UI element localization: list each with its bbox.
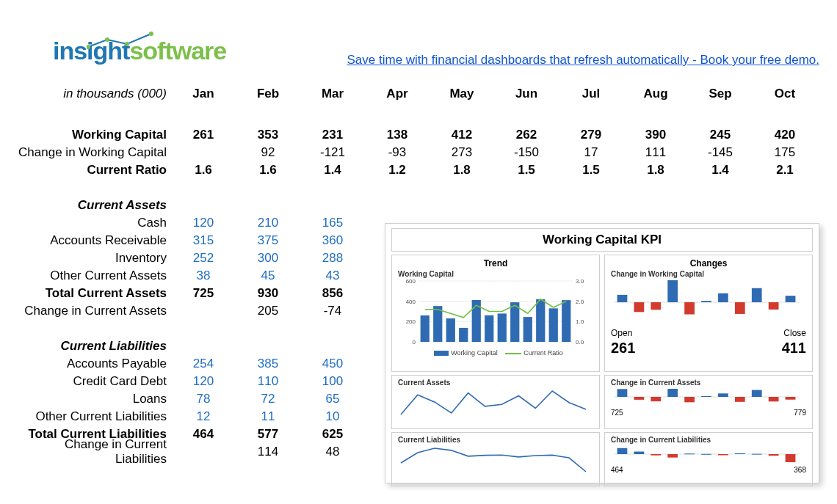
svg-rect-34 [701,301,711,302]
svg-rect-22 [498,313,507,342]
svg-text:0.0: 0.0 [576,339,584,346]
cca-chart [611,387,802,407]
month-header: Jul [559,87,623,101]
section-liab: Current Liabilities [16,339,171,354]
svg-rect-53 [617,448,628,454]
ca-sub: Current Assets [398,379,593,387]
svg-text:200: 200 [406,318,416,325]
svg-text:400: 400 [406,299,416,305]
svg-rect-37 [752,288,762,302]
panel-title: Working Capital KPI [391,228,813,252]
month-header: Jan [171,87,236,101]
svg-rect-26 [549,308,558,342]
row-working-capital: Working Capital2613532311384122622793902… [16,126,817,144]
card-changes: Changes Change in Working Capital Open C… [604,255,813,372]
kpi-panel: Working Capital KPI Trend Working Capita… [385,223,819,483]
ccl-sub: Change in Current Liabilities [611,436,806,444]
svg-rect-38 [769,302,779,310]
changes-header: Changes [611,258,806,269]
months-header-row: in thousands (000) Jan Feb Mar Apr May J… [16,85,817,103]
svg-rect-42 [634,397,644,400]
cca-close: 779 [794,409,806,417]
svg-text:600: 600 [406,278,416,285]
svg-rect-29 [617,295,628,302]
svg-rect-56 [667,454,678,458]
svg-text:0: 0 [413,339,416,346]
month-header: Jun [494,87,559,101]
svg-rect-51 [786,397,796,400]
svg-point-3 [149,32,153,36]
card-current-assets: Current Assets [391,375,600,429]
svg-rect-17 [433,306,442,342]
cl-sub: Current Liabilities [398,436,593,444]
svg-rect-61 [752,454,762,455]
ccl-close: 368 [794,466,806,474]
card-current-liab: Current Liabilities [391,432,600,486]
svg-rect-31 [651,302,661,310]
svg-rect-45 [684,397,695,402]
cca-sub: Change in Current Assets [611,379,806,387]
logo-swoosh-icon [87,31,204,53]
svg-rect-25 [536,299,545,342]
card-change-ca: Change in Current Assets 725 779 [604,375,813,429]
svg-text:2.0: 2.0 [576,299,584,305]
svg-rect-46 [701,396,711,397]
svg-rect-30 [634,302,644,312]
svg-rect-35 [718,293,728,302]
svg-text:1.0: 1.0 [576,318,584,325]
svg-point-0 [87,45,90,49]
svg-rect-39 [786,296,796,302]
svg-rect-55 [651,454,661,456]
svg-rect-44 [667,389,678,397]
card-trend: Trend Working Capital 02004006000.01.02.… [391,255,600,372]
row-change-wc: Change in Working Capital92-121-93273-15… [16,144,817,161]
promo-link[interactable]: Save time with financial dashboards that… [347,53,820,67]
trend-header: Trend [398,258,593,269]
combo-chart: 02004006000.01.02.03.0 [398,278,589,348]
ccl-open: 464 [611,466,623,474]
svg-rect-36 [735,302,745,314]
svg-rect-62 [769,454,779,456]
units-label: in thousands (000) [16,87,171,101]
svg-point-1 [105,37,109,42]
svg-rect-57 [684,453,695,454]
month-header: Aug [623,87,688,101]
svg-rect-24 [523,317,532,342]
svg-rect-43 [651,397,661,401]
close-label: Close [783,328,806,338]
svg-rect-27 [562,300,570,342]
close-value: 411 [782,340,806,357]
svg-rect-19 [459,328,468,342]
row-current-ratio: Current Ratio1.61.61.41.21.81.51.51.81.4… [16,161,817,179]
svg-rect-32 [667,280,678,302]
open-value: 261 [611,340,635,357]
trend-legend: Working Capital Current Ratio [398,349,593,357]
month-header: Apr [365,87,430,101]
card-change-cl: Change in Current Liabilities 464 368 [604,432,813,486]
svg-rect-63 [786,454,796,462]
svg-point-2 [125,42,129,46]
logo: insightsoftware [53,37,251,65]
change-wc-chart [611,278,802,326]
svg-rect-33 [684,302,695,314]
svg-text:3.0: 3.0 [576,278,584,285]
svg-rect-41 [617,389,628,397]
svg-rect-47 [718,393,728,397]
month-header: Sep [688,87,753,101]
svg-rect-60 [735,453,745,454]
trend-sub: Working Capital [398,270,593,278]
open-label: Open [611,328,632,338]
svg-rect-16 [421,315,430,342]
month-header: Mar [300,87,365,101]
ca-sparkline [398,387,589,419]
cl-sparkline [398,444,589,476]
svg-rect-23 [510,302,519,342]
svg-rect-18 [446,318,455,342]
month-header: Oct [753,87,817,101]
svg-rect-54 [634,452,644,454]
month-header: May [430,87,494,101]
svg-rect-59 [718,454,728,456]
ccl-chart [611,444,802,464]
month-header: Feb [236,87,300,101]
svg-rect-48 [735,397,745,402]
